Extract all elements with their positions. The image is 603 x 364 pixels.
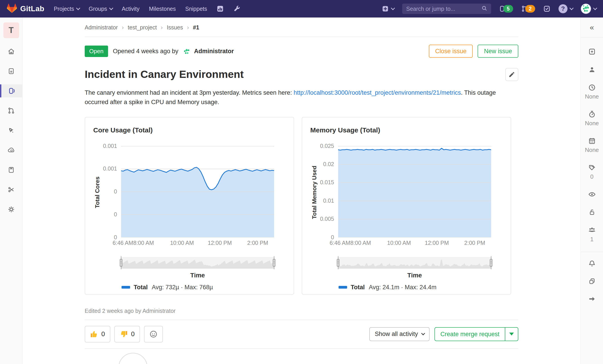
- sidebar-item-cicd[interactable]: [0, 124, 22, 137]
- brush-handle-right[interactable]: [273, 259, 276, 267]
- breadcrumb-administrator[interactable]: Administrator: [85, 24, 118, 31]
- unlock-icon: [588, 209, 596, 216]
- main-content: Administrator › test_project › Issues › …: [23, 18, 580, 364]
- divider: [85, 348, 518, 349]
- brush-handle-left[interactable]: [337, 259, 339, 267]
- close-issue-button[interactable]: Close issue: [429, 45, 473, 58]
- breadcrumb-current: #1: [193, 24, 199, 31]
- home-icon: [8, 48, 15, 55]
- calendar-icon: [588, 137, 596, 145]
- nav-groups[interactable]: Groups: [89, 6, 112, 12]
- book-icon: [8, 166, 15, 173]
- charts-icon[interactable]: [217, 5, 224, 12]
- sidebar-labels[interactable]: 0: [588, 164, 596, 180]
- chevron-down-icon: [109, 6, 113, 10]
- breadcrumb-separator: ›: [187, 24, 189, 31]
- time-range-brush[interactable]: [338, 257, 491, 269]
- plot-area[interactable]: [338, 146, 491, 237]
- participants-icon: [588, 226, 596, 234]
- awards-row: 0 0 Show all activity Create merge reque…: [85, 320, 518, 348]
- breadcrumb-issues[interactable]: Issues: [167, 24, 183, 31]
- metrics-link[interactable]: http://localhost:3000/root/test_project/…: [294, 89, 461, 96]
- sidebar-item-repository[interactable]: [0, 65, 22, 78]
- thumbs-up-button[interactable]: 0: [85, 326, 110, 342]
- create-mr-options-button[interactable]: [505, 328, 518, 341]
- search-icon: [481, 5, 487, 12]
- nav-issues-button[interactable]: 5: [499, 5, 513, 12]
- sidebar-participants[interactable]: 1: [588, 226, 596, 243]
- breadcrumb-project[interactable]: test_project: [128, 24, 157, 31]
- help-icon: ?: [558, 4, 568, 13]
- brush-handle-left[interactable]: [120, 259, 122, 267]
- chevron-down-icon: [421, 331, 425, 335]
- sidebar-item-merge-requests[interactable]: [0, 104, 22, 117]
- sidebar-item-wiki[interactable]: [0, 163, 22, 176]
- divider: [581, 252, 603, 252]
- thumbs-down-button[interactable]: 0: [114, 326, 140, 342]
- activity-filter-dropdown[interactable]: Show all activity: [369, 327, 429, 341]
- gear-icon: [8, 206, 15, 213]
- sidebar-item-operations[interactable]: [0, 144, 22, 157]
- nav-snippets[interactable]: Snippets: [185, 6, 207, 12]
- add-emoji-button[interactable]: [144, 326, 163, 342]
- status-badge: Open: [85, 45, 108, 57]
- memory-usage-chart-card: Memory Usage (Total) Total Memory Used 0…: [302, 117, 511, 295]
- search-input[interactable]: [406, 5, 481, 12]
- global-search[interactable]: [402, 4, 491, 14]
- sidebar-lock[interactable]: [588, 209, 596, 216]
- x-axis-label: Time: [338, 272, 491, 279]
- new-issue-button[interactable]: New issue: [478, 45, 518, 58]
- sidebar-item-snippets[interactable]: [0, 183, 22, 196]
- todos-button[interactable]: [543, 5, 550, 12]
- author-avatar: [182, 46, 191, 56]
- thumbs-down-icon: [120, 330, 128, 338]
- chart-title: Core Usage (Total): [93, 126, 152, 134]
- sidebar-item-overview[interactable]: [0, 45, 22, 58]
- admin-wrench-icon[interactable]: [233, 5, 240, 12]
- participants-count: 1: [590, 236, 593, 243]
- sidebar-milestone[interactable]: None: [585, 84, 599, 100]
- nav-projects[interactable]: Projects: [54, 6, 79, 12]
- chevron-down-icon: [593, 6, 597, 10]
- mr-count-badge: 2: [525, 5, 535, 12]
- expand-sidebar-icon[interactable]: «: [590, 23, 594, 31]
- sidebar-time-tracking[interactable]: None: [585, 110, 599, 127]
- gitlab-brand[interactable]: GitLab: [7, 3, 45, 14]
- legend-swatch: [338, 286, 347, 289]
- plot-area[interactable]: [121, 146, 274, 237]
- sidebar-notifications[interactable]: [588, 260, 596, 267]
- time-tracking-value: None: [585, 120, 599, 127]
- sidebar-item-issues[interactable]: [0, 84, 22, 97]
- labels-count: 0: [590, 173, 593, 180]
- stopwatch-icon: [588, 110, 596, 118]
- user-menu-button[interactable]: [581, 4, 596, 14]
- sidebar-due-date[interactable]: None: [585, 137, 599, 154]
- merge-request-icon: [8, 107, 15, 114]
- thumbs-up-icon: [90, 330, 98, 338]
- brush-handle-right[interactable]: [490, 259, 492, 267]
- sidebar-move-issue[interactable]: [588, 295, 596, 303]
- edit-title-button[interactable]: [505, 68, 518, 81]
- nav-merge-requests-button[interactable]: 2: [521, 5, 535, 12]
- time-range-brush[interactable]: [121, 257, 274, 269]
- author-name[interactable]: Administrator: [194, 48, 234, 55]
- pencil-icon: [509, 71, 515, 78]
- create-merge-request-split-button: Create merge request: [434, 327, 518, 341]
- create-merge-request-button[interactable]: Create merge request: [435, 328, 505, 341]
- help-menu-button[interactable]: ?: [558, 4, 573, 13]
- nav-milestones[interactable]: Milestones: [149, 6, 176, 12]
- bell-icon: [588, 260, 596, 267]
- chart-legend: Total Avg: 732µ · Max: 768µ: [122, 284, 213, 291]
- sidebar-todo-button[interactable]: [588, 48, 596, 55]
- project-avatar[interactable]: T: [3, 22, 19, 38]
- sidebar-item-settings[interactable]: [0, 203, 22, 216]
- chart-title: Memory Usage (Total): [310, 126, 380, 134]
- copy-icon: [588, 278, 596, 285]
- new-menu-button[interactable]: [382, 5, 394, 12]
- top-navbar: GitLab Projects Groups Activity Mileston…: [0, 0, 603, 18]
- sidebar-copy-reference[interactable]: [588, 278, 596, 285]
- sidebar-assignee[interactable]: [588, 66, 596, 73]
- sidebar-confidentiality[interactable]: [588, 190, 596, 198]
- brand-name: GitLab: [20, 4, 45, 13]
- nav-activity[interactable]: Activity: [122, 6, 139, 12]
